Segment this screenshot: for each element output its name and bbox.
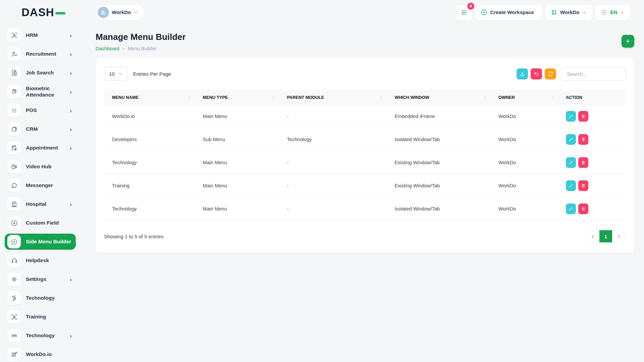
- workspace-menu[interactable]: WorkDo: [545, 5, 592, 20]
- chevron-right-icon: ›: [70, 126, 72, 132]
- sidebar-item-label: Video Hub: [26, 163, 72, 170]
- app-logo[interactable]: DASH: [21, 6, 80, 19]
- sidebar-item-label: Helpdesk: [26, 257, 72, 263]
- sidebar-item-label: Hospital: [26, 201, 68, 207]
- sidebar-item-job-search[interactable]: Job Search›: [5, 65, 76, 81]
- sidebar-item-side-menu-builder[interactable]: Side Menu Builder: [5, 234, 76, 250]
- messages-badge: 0: [467, 3, 474, 10]
- sidebar-item-training[interactable]: Training: [5, 309, 76, 325]
- chevron-right-icon: ›: [70, 51, 72, 57]
- sidebar-item-recruitment[interactable]: Recruitment›: [5, 46, 76, 62]
- sidebar-item-technology[interactable]: Technology›: [5, 327, 76, 344]
- sidebar-item-technology[interactable]: Technology: [5, 290, 76, 306]
- table-body: WorkDo.ioMain Menu-Embedded iFrameWorkDo…: [104, 105, 626, 221]
- messages-button[interactable]: 0: [457, 5, 472, 20]
- cell-parent-module: -: [283, 105, 390, 128]
- delete-button[interactable]: [578, 203, 588, 214]
- chevron-down-icon: [582, 10, 587, 15]
- cell-action: [562, 174, 626, 197]
- video-icon: [7, 160, 21, 173]
- create-workspace-label: Create Workspace: [490, 9, 534, 15]
- cell-menu-type: Main Menu: [199, 197, 283, 221]
- edit-button[interactable]: [566, 180, 576, 191]
- sort-icon[interactable]: ↑↓: [484, 96, 486, 99]
- chevron-down-icon: [133, 10, 138, 15]
- cell-parent-module: -: [283, 151, 390, 174]
- sidebar-item-crm[interactable]: CRM›: [5, 121, 76, 137]
- breadcrumb-separator-icon: ›: [123, 46, 124, 51]
- column-header-parent-module[interactable]: PARENT MODULE↑↓: [283, 90, 390, 105]
- cell-menu-name: Technology: [104, 151, 199, 174]
- sidebar-item-video-hub[interactable]: Video Hub: [5, 159, 76, 175]
- delete-button[interactable]: [578, 134, 588, 145]
- edit-button[interactable]: [566, 157, 576, 168]
- chevron-right-icon: ›: [70, 145, 72, 151]
- pagination-next-button[interactable]: ›: [612, 230, 626, 242]
- column-header-which-window[interactable]: WHICH WINDOW↑↓: [391, 90, 494, 105]
- entries-per-page-select[interactable]: 10: [104, 67, 128, 81]
- column-header-label: MENU NAME: [112, 95, 139, 100]
- sidebar-item-settings[interactable]: Settings›: [5, 271, 76, 287]
- column-header-menu-type[interactable]: MENU TYPE↑↓: [199, 90, 283, 105]
- trash-icon: [581, 160, 586, 165]
- edit-button[interactable]: [566, 203, 576, 214]
- create-workspace-button[interactable]: Create Workspace: [475, 5, 542, 20]
- sidebar-item-appointment[interactable]: Appointment›: [5, 140, 76, 156]
- chevron-right-icon: ›: [70, 276, 72, 283]
- workspace-selector[interactable]: WorkDo: [96, 5, 144, 20]
- column-header-label: OWNER: [498, 95, 515, 100]
- delete-button[interactable]: [578, 180, 588, 191]
- chevron-down-icon: [118, 71, 123, 76]
- sidebar-item-label: Training: [26, 313, 72, 320]
- sidebar-item-label: Job Search: [26, 69, 68, 76]
- table-row: WorkDo.ioMain Menu-Embedded iFrameWorkDo: [104, 105, 626, 128]
- sidebar-item-helpdesk[interactable]: Helpdesk: [5, 252, 76, 268]
- menu-builder-card: 10 Entries Per Page MENU NAME↑↓MENU TYPE…: [96, 58, 634, 253]
- language-menu[interactable]: EN: [595, 5, 630, 20]
- showing-entries-text: Showing 1 to 5 of 5 entries: [104, 234, 164, 239]
- pagination-prev-button[interactable]: ‹: [586, 230, 599, 242]
- undo-button[interactable]: [531, 68, 542, 79]
- cell-action: [562, 105, 626, 128]
- cell-owner: WorkDo: [494, 197, 562, 221]
- sort-icon[interactable]: ↑↓: [380, 96, 382, 99]
- breadcrumb-dashboard-link[interactable]: Dashboard: [96, 46, 119, 51]
- delete-button[interactable]: [578, 157, 588, 168]
- pagination-page-1-button[interactable]: 1: [599, 230, 612, 242]
- chevron-right-icon: ›: [70, 88, 72, 95]
- sidebar-item-workdo-io[interactable]: WorkDo.io: [5, 346, 76, 362]
- add-menu-button[interactable]: [622, 35, 634, 48]
- cell-menu-name: WorkDo.io: [104, 105, 199, 128]
- workspace-selector-label: WorkDo: [112, 9, 131, 15]
- file-search-icon: [7, 66, 21, 79]
- table-row: DevelopersSub MenuTechnologyIsolated Win…: [104, 128, 626, 151]
- search-input[interactable]: [561, 67, 626, 81]
- sort-icon[interactable]: ↑↓: [551, 96, 553, 99]
- menu-table: MENU NAME↑↓MENU TYPE↑↓PARENT MODULE↑↓WHI…: [104, 90, 626, 221]
- cell-parent-module: -: [283, 174, 390, 197]
- grid-dots-icon: [7, 104, 21, 117]
- export-button[interactable]: [517, 68, 528, 79]
- pencil-icon: [569, 206, 573, 211]
- sidebar-item-hrm[interactable]: HRM›: [5, 27, 76, 43]
- sidebar-item-label: Recruitment: [26, 51, 68, 57]
- sidebar-item-pos[interactable]: POS›: [5, 102, 76, 118]
- column-header-label: ACTION: [566, 95, 582, 100]
- column-header-owner[interactable]: OWNER↑↓: [494, 90, 562, 105]
- edit-button[interactable]: [566, 134, 576, 145]
- sidebar-item-biometric-attendance[interactable]: Biometric Attendance›: [5, 83, 76, 100]
- sort-icon[interactable]: ↑↓: [272, 96, 274, 99]
- sidebar-nav: HRM›Recruitment›Job Search›Biometric Att…: [0, 24, 80, 362]
- column-header-label: PARENT MODULE: [287, 95, 324, 100]
- column-header-menu-name[interactable]: MENU NAME↑↓: [104, 90, 199, 105]
- delete-button[interactable]: [578, 111, 588, 122]
- refresh-button[interactable]: [545, 68, 556, 79]
- sidebar-item-messenger[interactable]: Messenger: [5, 177, 76, 193]
- sort-icon[interactable]: ↑↓: [188, 96, 190, 99]
- edit-button[interactable]: [566, 111, 576, 122]
- sidebar-item-custom-field[interactable]: Custom Field: [5, 215, 76, 231]
- cell-menu-type: Sub Menu: [199, 128, 283, 151]
- sidebar-item-hospital[interactable]: Hospital›: [5, 196, 76, 212]
- message-icon: [7, 179, 21, 192]
- sidebar-item-label: WorkDo.io: [26, 351, 72, 357]
